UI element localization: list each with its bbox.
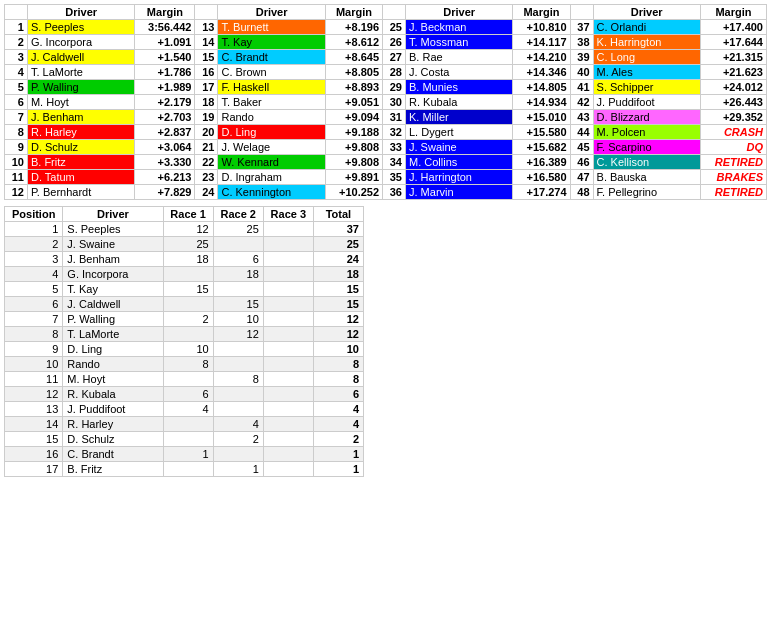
standings-driver-0-2: J. Caldwell bbox=[27, 50, 134, 65]
points-cell-15-1: C. Brandt bbox=[63, 447, 163, 462]
points-cell-14-2 bbox=[163, 432, 213, 447]
points-cell-6-3: 10 bbox=[213, 312, 263, 327]
standings-margin-2-3: +14.346 bbox=[513, 65, 570, 80]
points-row: 10Rando88 bbox=[5, 357, 364, 372]
points-row: 6J. Caldwell1515 bbox=[5, 297, 364, 312]
standings-pos-2-4: 29 bbox=[383, 80, 406, 95]
points-cell-12-1: J. Puddifoot bbox=[63, 402, 163, 417]
points-cell-12-5: 4 bbox=[313, 402, 363, 417]
standings-driver-0-7: R. Harley bbox=[27, 125, 134, 140]
points-row: 11M. Hoyt88 bbox=[5, 372, 364, 387]
standings-driver-3-2: C. Long bbox=[593, 50, 700, 65]
standings-margin-0-7: +2.837 bbox=[135, 125, 195, 140]
standings-pos-0-3: 4 bbox=[5, 65, 28, 80]
standings-driver-3-1: K. Harrington bbox=[593, 35, 700, 50]
standings-pos-3-5: 42 bbox=[570, 95, 593, 110]
points-cell-5-3: 15 bbox=[213, 297, 263, 312]
points-cell-6-1: P. Walling bbox=[63, 312, 163, 327]
standings-margin-2-0: +10.810 bbox=[513, 20, 570, 35]
standings-pos-1-9: 22 bbox=[195, 155, 218, 170]
points-cell-12-2: 4 bbox=[163, 402, 213, 417]
standings-pos-3-9: 46 bbox=[570, 155, 593, 170]
points-row: 1S. Peeples122537 bbox=[5, 222, 364, 237]
standings-margin-0-4: +1.989 bbox=[135, 80, 195, 95]
points-cell-0-5: 37 bbox=[313, 222, 363, 237]
standings-pos-2-7: 32 bbox=[383, 125, 406, 140]
points-row: 15D. Schulz22 bbox=[5, 432, 364, 447]
standings-pos-3-1: 38 bbox=[570, 35, 593, 50]
standings-margin-0-11: +7.829 bbox=[135, 185, 195, 200]
standings-margin-1-9: +9.808 bbox=[325, 155, 382, 170]
standings-margin-3-0: +17.400 bbox=[700, 20, 766, 35]
standings-margin-1-10: +9.891 bbox=[325, 170, 382, 185]
points-cell-2-3: 6 bbox=[213, 252, 263, 267]
standings-driver-2-1: T. Mossman bbox=[406, 35, 513, 50]
standings-margin-3-5: +26.443 bbox=[700, 95, 766, 110]
points-cell-3-0: 4 bbox=[5, 267, 63, 282]
standings-pos-3-7: 44 bbox=[570, 125, 593, 140]
points-cell-10-0: 11 bbox=[5, 372, 63, 387]
points-cell-8-2: 10 bbox=[163, 342, 213, 357]
col-header-margin2: Margin bbox=[325, 5, 382, 20]
points-cell-5-0: 6 bbox=[5, 297, 63, 312]
points-cell-15-4 bbox=[263, 447, 313, 462]
points-cell-15-2: 1 bbox=[163, 447, 213, 462]
points-cell-8-1: D. Ling bbox=[63, 342, 163, 357]
standings-driver-2-2: B. Rae bbox=[406, 50, 513, 65]
points-row: 14R. Harley44 bbox=[5, 417, 364, 432]
points-cell-4-3 bbox=[213, 282, 263, 297]
col-header-driver2: Driver bbox=[218, 5, 325, 20]
points-col-header-0: Position bbox=[5, 207, 63, 222]
standings-driver-0-5: M. Hoyt bbox=[27, 95, 134, 110]
col-header-pos2 bbox=[195, 5, 218, 20]
standings-driver-0-9: B. Fritz bbox=[27, 155, 134, 170]
standings-margin-0-10: +6.213 bbox=[135, 170, 195, 185]
points-cell-2-4 bbox=[263, 252, 313, 267]
standings-margin-2-6: +15.010 bbox=[513, 110, 570, 125]
points-row: 3J. Benham18624 bbox=[5, 252, 364, 267]
standings-pos-2-9: 34 bbox=[383, 155, 406, 170]
col-header-pos1 bbox=[5, 5, 28, 20]
standings-pos-2-10: 35 bbox=[383, 170, 406, 185]
points-cell-7-0: 8 bbox=[5, 327, 63, 342]
points-cell-13-0: 14 bbox=[5, 417, 63, 432]
points-cell-9-0: 10 bbox=[5, 357, 63, 372]
points-cell-8-5: 10 bbox=[313, 342, 363, 357]
standings-margin-3-3: +21.623 bbox=[700, 65, 766, 80]
standings-pos-2-6: 31 bbox=[383, 110, 406, 125]
standings-margin-0-6: +2.703 bbox=[135, 110, 195, 125]
points-cell-11-1: R. Kubala bbox=[63, 387, 163, 402]
points-col-header-3: Race 2 bbox=[213, 207, 263, 222]
points-cell-13-2 bbox=[163, 417, 213, 432]
points-cell-11-0: 12 bbox=[5, 387, 63, 402]
points-row: 16C. Brandt11 bbox=[5, 447, 364, 462]
points-cell-5-2 bbox=[163, 297, 213, 312]
standings-pos-0-8: 9 bbox=[5, 140, 28, 155]
standings-driver-2-7: L. Dygert bbox=[406, 125, 513, 140]
standings-margin-2-11: +17.274 bbox=[513, 185, 570, 200]
points-cell-14-3: 2 bbox=[213, 432, 263, 447]
col-header-pos4 bbox=[570, 5, 593, 20]
points-cell-10-3: 8 bbox=[213, 372, 263, 387]
standings-driver-1-11: C. Kennington bbox=[218, 185, 325, 200]
standings-pos-1-7: 20 bbox=[195, 125, 218, 140]
points-cell-4-5: 15 bbox=[313, 282, 363, 297]
points-cell-14-0: 15 bbox=[5, 432, 63, 447]
standings-pos-3-11: 48 bbox=[570, 185, 593, 200]
col-header-pos3 bbox=[383, 5, 406, 20]
points-cell-2-0: 3 bbox=[5, 252, 63, 267]
standings-margin-2-7: +15.580 bbox=[513, 125, 570, 140]
standings-margin-0-2: +1.540 bbox=[135, 50, 195, 65]
standings-pos-1-6: 19 bbox=[195, 110, 218, 125]
standings-driver-1-5: T. Baker bbox=[218, 95, 325, 110]
points-row: 4G. Incorpora1818 bbox=[5, 267, 364, 282]
points-cell-9-5: 8 bbox=[313, 357, 363, 372]
points-cell-15-3 bbox=[213, 447, 263, 462]
standings-pos-2-5: 30 bbox=[383, 95, 406, 110]
points-cell-6-2: 2 bbox=[163, 312, 213, 327]
standings-pos-0-7: 8 bbox=[5, 125, 28, 140]
standings-driver-3-0: C. Orlandi bbox=[593, 20, 700, 35]
standings-pos-0-4: 5 bbox=[5, 80, 28, 95]
points-cell-8-0: 9 bbox=[5, 342, 63, 357]
standings-margin-3-11: RETIRED bbox=[700, 185, 766, 200]
